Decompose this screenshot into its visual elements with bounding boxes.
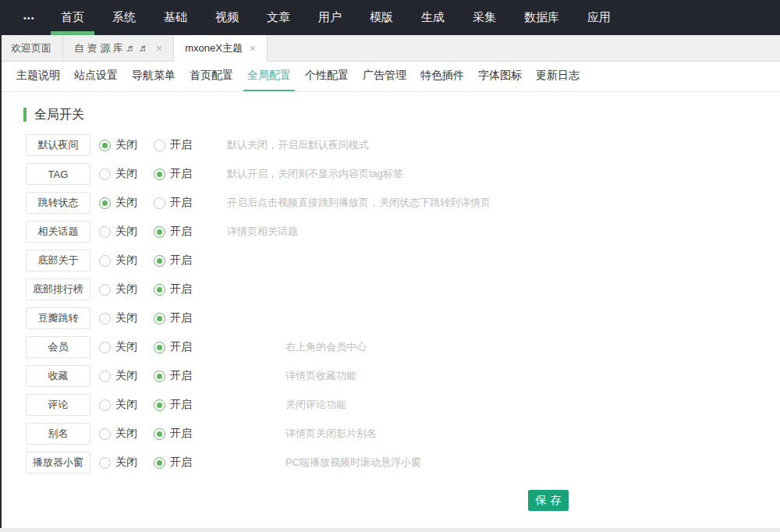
radio-on-label: 开启 — [170, 427, 192, 441]
settings-list: 默认夜间 关闭 开启 默认关闭，开启后默认夜间模式 TAG 关闭 开启 默认开启… — [23, 134, 780, 473]
subnav-item[interactable]: 首页配置 — [186, 62, 237, 91]
radio-option-on[interactable]: 开启 — [154, 167, 202, 181]
radio-option-off[interactable]: 关闭 — [99, 138, 147, 152]
radio-circle-icon[interactable] — [154, 197, 165, 209]
radio-option-off[interactable]: 关闭 — [99, 340, 147, 354]
radio-circle-icon[interactable] — [99, 399, 111, 411]
top-navbar: ••• 首页 系统 基础 视频 文章 用户 模版 生成 采集 数据库 应用 — [0, 0, 780, 35]
radio-option-on[interactable]: 开启 — [154, 311, 202, 325]
radio-circle-icon[interactable] — [154, 399, 165, 411]
subnav: 主题说明 站点设置 导航菜单 首页配置 全局配置 个性配置 广告管理 特色插件 … — [0, 62, 780, 92]
radio-off-label: 关闭 — [115, 282, 137, 296]
radio-option-on[interactable]: 开启 — [154, 398, 202, 412]
radio-circle-icon[interactable] — [99, 284, 111, 296]
radio-option-off[interactable]: 关闭 — [99, 282, 147, 296]
radio-circle-icon[interactable] — [154, 371, 165, 382]
radio-off-label: 关闭 — [115, 340, 137, 354]
radio-option-off[interactable]: 关闭 — [99, 311, 147, 325]
setting-label: 别名 — [26, 423, 90, 445]
radio-circle-icon[interactable] — [154, 168, 165, 180]
save-button[interactable]: 保存 — [528, 490, 569, 511]
radio-option-on[interactable]: 开启 — [154, 369, 202, 383]
topnav-item[interactable]: 基础 — [154, 0, 197, 35]
radio-on-label: 开启 — [170, 369, 192, 383]
setting-label: 跳转状态 — [26, 192, 90, 214]
radio-circle-icon[interactable] — [99, 371, 111, 382]
radio-circle-icon[interactable] — [99, 457, 111, 469]
setting-row: 评论 关闭 开启 关闭评论功能 — [26, 394, 780, 416]
radio-on-label: 开启 — [170, 311, 192, 325]
radio-circle-icon[interactable] — [154, 342, 165, 353]
radio-circle-icon[interactable] — [99, 197, 111, 209]
radio-circle-icon[interactable] — [154, 457, 165, 469]
radio-circle-icon[interactable] — [99, 168, 111, 180]
radio-circle-icon[interactable] — [99, 342, 111, 353]
radio-option-off[interactable]: 关闭 — [99, 254, 147, 268]
radio-circle-icon[interactable] — [154, 313, 165, 325]
setting-description: 详情页相关话题 — [227, 225, 298, 239]
setting-description: PC端播放视频时滚动悬浮小窗 — [285, 456, 421, 470]
tab[interactable]: 自 资 源 库 ♬ ♬ × — [63, 35, 174, 61]
radio-circle-icon[interactable] — [99, 226, 111, 238]
topnav-item[interactable]: 采集 — [463, 0, 506, 35]
radio-circle-icon[interactable] — [154, 140, 165, 151]
radio-option-off[interactable]: 关闭 — [99, 225, 147, 239]
radio-option-off[interactable]: 关闭 — [99, 196, 147, 210]
tab[interactable]: mxoneX主题 × — [174, 35, 268, 62]
subnav-item[interactable]: 主题说明 — [12, 62, 64, 91]
radio-option-off[interactable]: 关闭 — [99, 456, 147, 470]
subnav-item-label: 字体图标 — [478, 69, 522, 83]
radio-option-off[interactable]: 关闭 — [99, 167, 147, 181]
radio-circle-icon[interactable] — [99, 428, 111, 440]
subnav-item[interactable]: 全局配置 — [243, 62, 295, 91]
topnav-item[interactable]: 首页 — [51, 0, 94, 35]
radio-option-on[interactable]: 开启 — [154, 138, 202, 152]
setting-description: 关闭评论功能 — [285, 398, 346, 412]
radio-option-on[interactable]: 开启 — [154, 456, 202, 470]
topnav-item[interactable]: 数据库 — [514, 0, 569, 35]
topnav-item[interactable]: 系统 — [102, 0, 146, 35]
radio-option-on[interactable]: 开启 — [154, 427, 202, 441]
radio-circle-icon[interactable] — [154, 428, 165, 440]
topnav-item[interactable]: 生成 — [411, 0, 455, 35]
setting-row: 别名 关闭 开启 详情页关闭影片别名 — [26, 423, 780, 445]
radio-option-on[interactable]: 开启 — [154, 282, 202, 296]
subnav-item[interactable]: 个性配置 — [301, 62, 353, 91]
topnav-item[interactable]: 视频 — [205, 0, 249, 35]
topnav-item[interactable]: 应用 — [577, 0, 621, 35]
subnav-item[interactable]: 更新日志 — [532, 62, 583, 91]
left-edge-border — [0, 35, 2, 528]
subnav-item[interactable]: 导航菜单 — [128, 62, 179, 91]
radio-option-on[interactable]: 开启 — [154, 196, 202, 210]
tab-label: 自 资 源 库 ♬ ♬ — [74, 41, 149, 55]
setting-row: 豆瓣跳转 关闭 开启 — [26, 307, 780, 329]
topnav-item[interactable]: 模版 — [360, 0, 403, 35]
radio-circle-icon[interactable] — [99, 313, 111, 325]
radio-circle-icon[interactable] — [154, 284, 165, 296]
radio-circle-icon[interactable] — [99, 140, 111, 151]
topnav-item[interactable]: 文章 — [257, 0, 300, 35]
tab-bar: 欢迎页面 自 资 源 库 ♬ ♬ × mxoneX主题 × — [0, 35, 780, 62]
more-menu-icon[interactable]: ••• — [23, 0, 34, 35]
subnav-item[interactable]: 字体图标 — [474, 62, 526, 91]
tab[interactable]: 欢迎页面 — [0, 35, 63, 61]
close-icon[interactable]: × — [156, 43, 162, 54]
radio-option-off[interactable]: 关闭 — [99, 398, 147, 412]
close-icon[interactable]: × — [250, 43, 256, 54]
section-header: 全局开关 — [23, 107, 780, 122]
radio-off-label: 关闭 — [115, 311, 137, 325]
radio-option-off[interactable]: 关闭 — [99, 369, 147, 383]
radio-option-on[interactable]: 开启 — [154, 225, 202, 239]
radio-off-label: 关闭 — [115, 427, 137, 441]
radio-option-off[interactable]: 关闭 — [99, 427, 147, 441]
subnav-item[interactable]: 站点设置 — [70, 62, 122, 91]
subnav-item[interactable]: 特色插件 — [417, 62, 468, 91]
radio-on-label: 开启 — [170, 340, 192, 354]
radio-circle-icon[interactable] — [99, 255, 111, 267]
radio-option-on[interactable]: 开启 — [154, 340, 202, 354]
topnav-item[interactable]: 用户 — [308, 0, 352, 35]
subnav-item[interactable]: 广告管理 — [359, 62, 410, 91]
radio-circle-icon[interactable] — [154, 226, 165, 238]
radio-option-on[interactable]: 开启 — [154, 254, 202, 268]
radio-circle-icon[interactable] — [154, 255, 165, 267]
